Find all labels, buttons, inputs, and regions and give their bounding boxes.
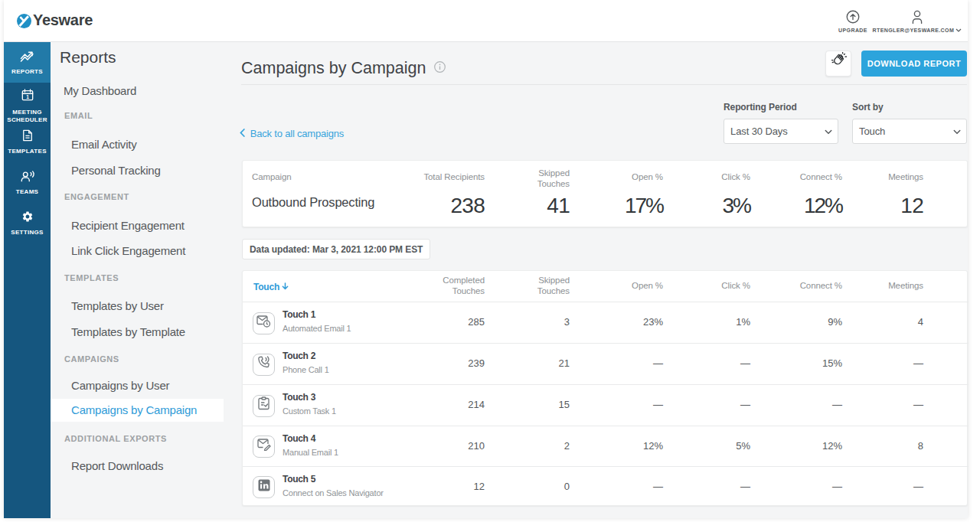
svg-text:1: 1 — [26, 94, 29, 100]
